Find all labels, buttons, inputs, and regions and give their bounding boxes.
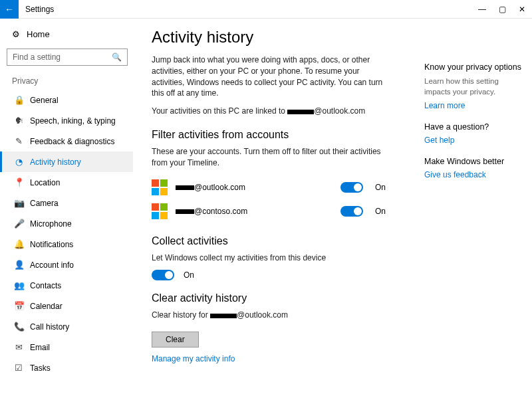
nav-label: Tasks [30,363,51,373]
nav-icon: 👥 [14,280,23,290]
home-label: Home [27,29,50,39]
collect-toggle-row: On [152,270,407,280]
account-row: @outlook.comOn [152,175,391,199]
sidebar-item-calendar[interactable]: 📅Calendar [0,296,133,316]
account-toggle-label: On [375,207,391,216]
titlebar: ← Settings — ▢ ✕ [0,0,532,19]
clear-heading: Clear activity history [152,292,407,304]
nav-label: Notifications [30,240,73,249]
sidebar-item-feedback-diagnostics[interactable]: ✎Feedback & diagnostics [0,131,133,151]
sidebar-item-account-info[interactable]: 👤Account info [0,254,133,275]
home-nav[interactable]: ⚙ Home [7,25,133,43]
back-button[interactable]: ← [0,0,19,19]
privacy-heading: Know your privacy options [424,62,524,72]
sidebar-item-location[interactable]: 📍Location [0,172,133,193]
nav-label: Activity history [30,157,81,167]
microsoft-logo-icon [152,203,168,219]
filter-text: These are your accounts. Turn them off t… [152,146,391,169]
sidebar: ⚙ Home Find a setting 🔍 Privacy 🔒General… [0,19,133,396]
account-toggle-label: On [375,183,391,192]
intro-text: Jump back into what you were doing with … [152,54,391,99]
microsoft-logo-icon [152,179,168,195]
redacted-email [287,110,314,114]
nav-icon: 🔒 [14,95,23,105]
sidebar-item-contacts[interactable]: 👥Contacts [0,275,133,296]
nav-icon: 👤 [14,260,23,270]
page-title: Activity history [152,28,407,47]
nav-icon: 📷 [14,198,23,208]
nav-label: Call history [30,322,69,332]
manage-activity-link[interactable]: Manage my activity info [152,354,407,363]
learn-more-link[interactable]: Learn more [424,101,524,110]
account-toggle[interactable] [340,182,363,193]
collect-toggle-label: On [184,270,200,280]
nav-icon: 📞 [14,322,23,332]
nav-icon: 📍 [14,177,23,187]
privacy-text: Learn how this setting impacts your priv… [424,76,524,97]
nav-icon: ☑ [14,363,23,373]
nav-label: Location [30,178,60,187]
nav-label: Contacts [30,281,61,290]
sidebar-item-speech-inking-typing[interactable]: 🗣Speech, inking, & typing [0,110,133,131]
sidebar-item-notifications[interactable]: 🔔Notifications [0,234,133,254]
redacted-email [210,314,237,318]
nav-icon: ✎ [14,136,23,146]
collect-text: Let Windows collect my activities from t… [152,252,391,264]
account-email: @contoso.com [176,207,332,216]
sidebar-item-camera[interactable]: 📷Camera [0,193,133,213]
sidebar-item-call-history[interactable]: 📞Call history [0,316,133,337]
feedback-link[interactable]: Give us feedback [424,170,524,179]
account-email: @outlook.com [176,183,332,192]
minimize-button[interactable]: — [472,0,492,19]
collect-heading: Collect activities [152,235,407,247]
nav-label: Microphone [30,219,72,229]
filter-heading: Filter activities from accounts [152,129,407,141]
maximize-button[interactable]: ▢ [492,0,512,19]
home-icon: ⚙ [12,29,20,39]
collect-toggle[interactable] [152,270,174,280]
sidebar-item-microphone[interactable]: 🎤Microphone [0,213,133,234]
nav-icon: 🔔 [14,239,23,249]
search-icon: 🔍 [112,52,122,62]
sidebar-item-tasks[interactable]: ☑Tasks [0,357,133,378]
question-heading: Have a question? [424,122,524,132]
sidebar-item-general[interactable]: 🔒General [0,90,133,110]
clear-text: Clear history for @outlook.com [152,310,391,321]
sidebar-item-activity-history[interactable]: ◔Activity history [0,151,133,172]
search-placeholder: Find a setting [13,52,61,62]
content: ⚙ Home Find a setting 🔍 Privacy 🔒General… [0,19,532,396]
account-row: @contoso.comOn [152,199,391,223]
nav-icon: 📅 [14,301,23,311]
nav-icon: 🎤 [14,219,23,229]
app-title: Settings [25,5,54,14]
account-toggle[interactable] [340,206,363,217]
nav-label: Camera [30,199,59,208]
nav-label: Calendar [30,302,63,311]
nav-icon: ◔ [14,157,23,167]
nav-label: Speech, inking, & typing [30,116,116,126]
nav-label: Email [30,343,50,352]
nav-icon: 🗣 [14,116,23,126]
feedback-heading: Make Windows better [424,157,524,166]
close-button[interactable]: ✕ [512,0,532,19]
nav-label: Feedback & diagnostics [30,137,114,146]
clear-button[interactable]: Clear [152,332,199,347]
nav-label: General [30,96,59,105]
search-input[interactable]: Find a setting 🔍 [7,49,128,66]
nav-icon: ✉ [14,342,23,352]
nav-label: Account info [30,260,74,270]
linked-text: Your activities on this PC are linked to… [152,106,391,117]
window-controls: — ▢ ✕ [472,0,532,19]
main-pane: Activity history Jump back into what you… [133,19,419,396]
nav-group-label: Privacy [7,74,133,90]
get-help-link[interactable]: Get help [424,136,524,145]
right-pane: Know your privacy options Learn how this… [419,19,532,396]
sidebar-item-email[interactable]: ✉Email [0,337,133,357]
